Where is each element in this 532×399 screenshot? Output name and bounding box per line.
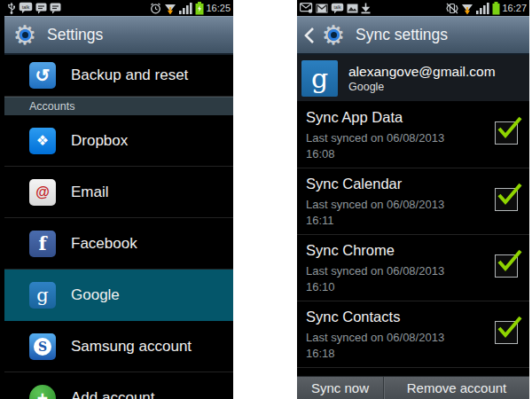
status-bar: talk [4, 0, 233, 16]
account-email: alexangove@gmail.com [348, 63, 496, 80]
settings-screen: talk [0, 0, 233, 399]
section-header-accounts: Accounts [4, 97, 233, 115]
signal-icon [476, 2, 489, 15]
chat-icon [50, 2, 61, 15]
talk-icon: talk [19, 2, 33, 15]
settings-header: ⚙ Settings [4, 16, 233, 55]
backup-reset-icon: ↺ [29, 62, 56, 89]
page-title: Sync settings [356, 26, 448, 44]
sync-settings-screen: talk [297, 0, 529, 399]
list-item-backup-and-reset[interactable]: ↺ Backup and reset [4, 55, 233, 97]
list-item-samsung-account[interactable]: S Samsung account [4, 321, 233, 372]
screenshot-pair: talk [0, 0, 532, 399]
account-header: g alexangove@gmail.com Google [297, 55, 529, 102]
sync-item-calendar[interactable]: Sync Calendar Last synced on 06/08/2013 … [297, 168, 529, 235]
email-notification-icon [300, 2, 313, 15]
status-icons-right [150, 2, 204, 15]
last-synced-time: 16:08 [306, 146, 489, 162]
gallery-icon [347, 2, 358, 15]
checkbox-checked[interactable] [495, 254, 518, 278]
battery-charging-icon [195, 2, 204, 15]
google-icon: g [29, 282, 56, 309]
status-time: 16:25 [204, 3, 231, 13]
wifi-traffic-icon [164, 2, 176, 15]
dropbox-icon: ❖ [29, 128, 56, 154]
last-synced-time: 16:18 [306, 346, 489, 362]
status-bar: talk [297, 0, 529, 16]
chat-icon [35, 2, 47, 15]
gmail-icon [316, 2, 328, 15]
email-app-icon: @ [29, 179, 56, 206]
facebook-icon: f [29, 231, 56, 257]
svg-text:talk: talk [334, 4, 341, 10]
account-provider: Google [348, 80, 496, 94]
status-icons-left: talk [7, 2, 61, 15]
download-done-icon [361, 2, 371, 15]
list-item-dropbox[interactable]: ❖ Dropbox [4, 115, 233, 167]
google-account-icon: g [301, 60, 338, 97]
sync-item-app-data[interactable]: Sync App Data Last synced on 06/08/2013 … [297, 102, 529, 168]
list-item-facebook[interactable]: f Facebook [4, 218, 233, 270]
battery-charging-icon [492, 2, 500, 15]
remove-account-button[interactable]: Remove account [384, 377, 529, 399]
alarm-icon [150, 2, 161, 15]
sync-item-contacts[interactable]: Sync Contacts Last synced on 06/08/2013 … [297, 301, 529, 368]
status-time: 16:27 [500, 3, 527, 13]
list-item-google[interactable]: g Google [4, 270, 233, 321]
status-icons-left: talk [300, 2, 371, 15]
checkbox-checked[interactable] [495, 321, 518, 344]
bottom-action-bar: Sync now Remove account [297, 376, 529, 399]
wifi-traffic-icon [461, 2, 473, 15]
page-title: Settings [47, 26, 103, 44]
last-synced-time: 16:10 [306, 279, 489, 295]
add-account-icon: + [29, 385, 56, 399]
sync-item-chrome[interactable]: Sync Chrome Last synced on 06/08/2013 16… [297, 235, 529, 301]
samsung-account-icon: S [29, 333, 56, 360]
signal-icon [179, 2, 192, 15]
list-item-email[interactable]: @ Email [4, 167, 233, 218]
vibrate-icon [446, 2, 458, 15]
status-icons-right [446, 2, 500, 15]
checkbox-checked[interactable] [495, 121, 518, 145]
checkbox-checked[interactable] [495, 188, 518, 211]
usb-icon [7, 2, 16, 15]
settings-gear-icon: ⚙ [12, 22, 38, 49]
sync-settings-header: ⚙ Sync settings [297, 16, 529, 55]
talk-icon: talk [331, 2, 344, 15]
settings-gear-icon: ⚙ [320, 22, 347, 49]
last-synced-time: 16:11 [306, 213, 489, 229]
sync-now-button[interactable]: Sync now [297, 377, 383, 399]
svg-text:talk: talk [22, 4, 30, 10]
back-chevron-icon[interactable] [304, 26, 317, 45]
list-item-add-account[interactable]: + Add account [4, 372, 233, 399]
